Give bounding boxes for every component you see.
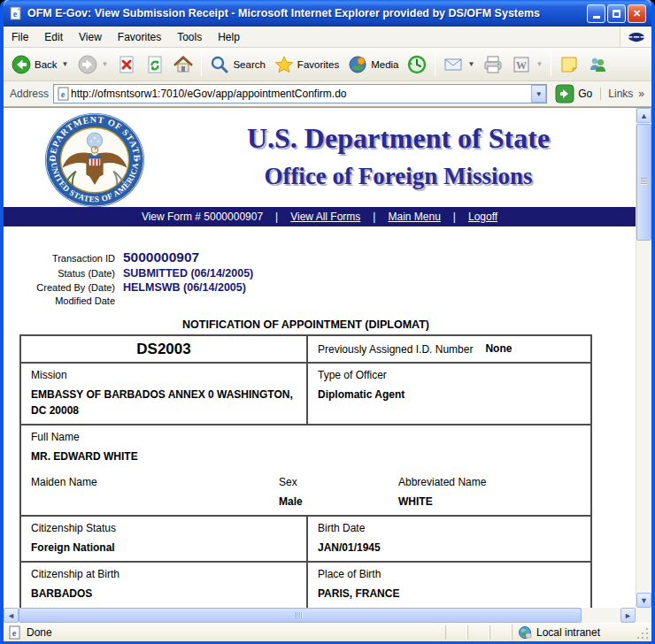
- table-row: Mission EMBASSY OF BARBADOS ANNEX 0 WASH…: [21, 362, 590, 424]
- nav-view-all-forms[interactable]: View All Forms: [290, 211, 360, 223]
- refresh-icon: [145, 55, 165, 74]
- media-button[interactable]: Media: [343, 52, 403, 77]
- nav-main-menu[interactable]: Main Menu: [388, 211, 440, 223]
- table-row: Citizenship Status Foreign National Birt…: [21, 515, 590, 561]
- page-header: DEPARTMENT OF STATE UNITED STATES OF AME…: [4, 108, 636, 207]
- scrollbar-corner: [636, 608, 651, 623]
- edit-with-word-button[interactable]: W ▼: [507, 52, 547, 77]
- home-button[interactable]: [169, 52, 197, 77]
- status-message: e Done: [8, 625, 445, 640]
- print-button[interactable]: [479, 52, 507, 77]
- minimize-button[interactable]: [587, 4, 605, 23]
- menu-help[interactable]: Help: [210, 28, 248, 46]
- globe-icon: [518, 625, 532, 640]
- citizenship-at-birth-value: BARBADOS: [31, 586, 297, 602]
- page-title: U.S. Department of State: [161, 108, 636, 155]
- transaction-id-value: 5000000907: [123, 249, 636, 265]
- forward-dropdown-icon[interactable]: ▼: [102, 60, 109, 68]
- links-label: Links: [608, 88, 633, 100]
- mission-cell: Mission EMBASSY OF BARBADOS ANNEX 0 WASH…: [21, 364, 308, 424]
- scroll-track[interactable]: [582, 608, 620, 623]
- go-label: Go: [578, 88, 592, 100]
- media-icon: [348, 55, 367, 74]
- favorites-star-icon: [274, 55, 294, 74]
- citizenship-at-birth-label: Citizenship at Birth: [31, 568, 297, 580]
- scroll-left-icon[interactable]: ◄: [4, 608, 19, 623]
- scroll-track[interactable]: [636, 242, 651, 593]
- nav-logoff[interactable]: Logoff: [468, 211, 497, 223]
- browser-window: e OFM E-Gov: View Submission Receipt - M…: [0, 0, 655, 644]
- address-bar: Address e ▼ Go Links »: [4, 81, 651, 107]
- citizenship-status-value: Foreign National: [31, 540, 297, 556]
- nav-separator: |: [373, 211, 375, 223]
- word-dropdown-icon[interactable]: ▼: [536, 60, 543, 68]
- mail-dropdown-icon[interactable]: ▼: [467, 60, 474, 68]
- type-of-officer-cell: Type of Officer Diplomatic Agent: [308, 364, 590, 424]
- menu-file[interactable]: File: [4, 28, 36, 46]
- page-subtitle: Office of Foreign Missions: [161, 155, 636, 190]
- messenger-button[interactable]: [583, 52, 612, 77]
- horizontal-scroll-thumb[interactable]: [19, 608, 582, 623]
- modified-date-label: Modified Date: [18, 295, 115, 306]
- menu-favorites[interactable]: Favorites: [110, 28, 169, 46]
- transaction-id-label: Transaction ID: [18, 253, 115, 264]
- status-text: Done: [27, 626, 52, 639]
- full-name-value: MR. EDWARD WHITE: [31, 449, 581, 464]
- menu-edit[interactable]: Edit: [36, 28, 71, 46]
- refresh-button[interactable]: [141, 52, 169, 77]
- forward-icon: [78, 55, 97, 74]
- mail-icon: [443, 55, 463, 74]
- menu-view[interactable]: View: [71, 28, 110, 46]
- table-row: Citizenship at Birth BARBADOS Place of B…: [21, 561, 590, 607]
- created-by-value: HELMSWB (06/14/2005): [123, 281, 636, 294]
- department-of-state-seal: DEPARTMENT OF STATE UNITED STATES OF AME…: [42, 111, 147, 209]
- type-of-officer-value: Diplomatic Agent: [318, 387, 581, 402]
- back-dropdown-icon[interactable]: ▼: [62, 60, 69, 68]
- table-row: DS2003 Previously Assigned I.D. Number N…: [21, 336, 590, 362]
- address-input[interactable]: [71, 86, 531, 102]
- site-navbar: View Form # 5000000907 | View All Forms …: [4, 207, 636, 226]
- notes-button[interactable]: [555, 52, 583, 77]
- zone-label: Local intranet: [536, 626, 600, 639]
- search-button[interactable]: Search: [205, 52, 269, 77]
- resize-grip[interactable]: [637, 626, 650, 639]
- favorites-button[interactable]: Favorites: [270, 52, 343, 77]
- scroll-down-icon[interactable]: ▼: [636, 593, 651, 608]
- maximize-button[interactable]: [607, 4, 626, 23]
- nav-separator: |: [453, 211, 456, 223]
- messenger-icon: [588, 55, 607, 74]
- scroll-up-icon[interactable]: ▲: [636, 108, 651, 123]
- ie-page-icon: e: [8, 625, 22, 640]
- back-button[interactable]: Back ▼: [7, 52, 73, 77]
- mail-button[interactable]: ▼: [439, 52, 479, 77]
- mission-value: EMBASSY OF BARBADOS ANNEX 0 WASHINGTON, …: [31, 387, 297, 418]
- place-of-birth-label: Place of Birth: [318, 568, 581, 580]
- ie-page-icon: e: [57, 87, 71, 101]
- stop-icon: [117, 55, 136, 74]
- title-bar[interactable]: e OFM E-Gov: View Submission Receipt - M…: [4, 0, 651, 27]
- vertical-scrollbar[interactable]: ▲ ▼: [636, 108, 651, 608]
- back-label: Back: [35, 59, 58, 70]
- sex-label: Sex: [279, 476, 398, 488]
- address-input-box[interactable]: e ▼: [53, 84, 547, 104]
- close-button[interactable]: ✕: [628, 4, 646, 23]
- scroll-right-icon[interactable]: ►: [620, 608, 636, 623]
- forward-button[interactable]: ▼: [73, 52, 113, 77]
- favorites-label: Favorites: [297, 59, 339, 70]
- go-button[interactable]: Go: [551, 84, 596, 104]
- horizontal-scrollbar[interactable]: ◄ ►: [4, 608, 636, 623]
- stop-button[interactable]: [112, 52, 141, 77]
- history-button[interactable]: [403, 52, 431, 77]
- address-dropdown-button[interactable]: ▼: [531, 85, 546, 103]
- abbreviated-name-label: Abbreviated Name: [398, 476, 581, 488]
- menu-tools[interactable]: Tools: [169, 28, 210, 46]
- media-label: Media: [371, 59, 398, 70]
- links-chevron-icon[interactable]: »: [638, 88, 644, 100]
- links-bar[interactable]: Links »: [600, 88, 648, 100]
- appointment-form-table: DS2003 Previously Assigned I.D. Number N…: [19, 334, 592, 608]
- name-cell: Full Name MR. EDWARD WHITE Maiden Name S…: [21, 426, 590, 515]
- vertical-scroll-thumb[interactable]: [636, 124, 651, 241]
- view-form-label: View Form # 5000000907: [142, 211, 263, 223]
- toolbar-separator: [551, 53, 551, 76]
- svg-text:e: e: [13, 9, 18, 19]
